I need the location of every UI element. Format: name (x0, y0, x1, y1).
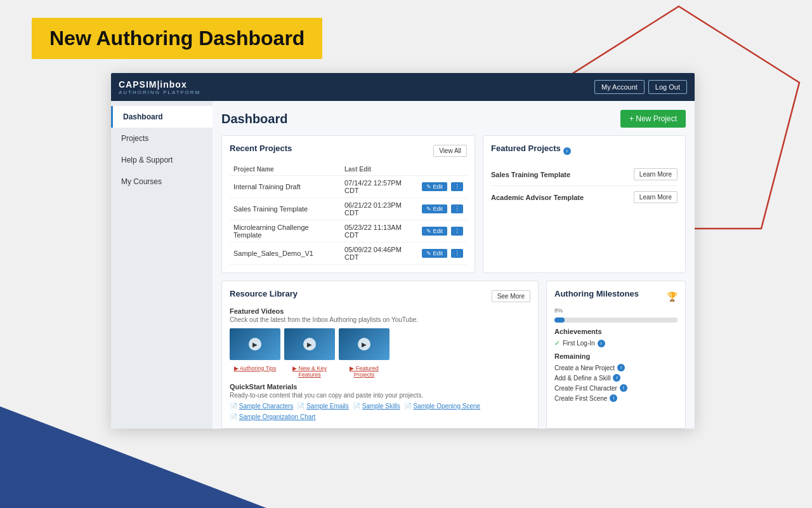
page-title: Dashboard (221, 112, 287, 126)
featured-project-row: Academic Advisor Template Learn More (491, 186, 678, 208)
video-thumb-1[interactable]: ▶ (230, 328, 280, 360)
remaining-info-icon[interactable]: i (617, 364, 625, 371)
more-button[interactable]: ⋮ (451, 204, 463, 213)
doc-icon: 📄 (353, 403, 360, 410)
project-name-cell: Internal Training Draft (230, 176, 341, 198)
video-thumb-3[interactable]: ▶ (339, 328, 390, 360)
log-out-button[interactable]: Log Out (648, 80, 687, 94)
video-label-row: ▶ Authoring Tips ▶ New & Key Features ▶ … (230, 365, 530, 378)
projects-table: Project Name Last Edit Internal Training… (230, 163, 467, 265)
sidebar-item-my-courses[interactable]: My Courses (111, 171, 213, 192)
play-icon-3: ▶ (358, 338, 370, 351)
remaining-info-icon[interactable]: i (620, 384, 627, 392)
top-nav: CAPSIM|inbox AUTHORING PLATFORM My Accou… (111, 73, 695, 101)
col-project-name: Project Name (230, 163, 341, 176)
edit-button[interactable]: ✎ Edit (422, 227, 447, 236)
resource-library-header: Resource Library See More (230, 289, 530, 304)
milestones-card: Authoring Milestones 🏆 8% Achievements ✓… (546, 281, 686, 429)
remaining-item: Create First Characteri (554, 384, 678, 392)
play-icon-1: ▶ (249, 338, 261, 351)
sidebar: Dashboard Projects Help & Support My Cou… (111, 101, 213, 429)
two-col-row: Recent Projects View All Project Name La… (221, 135, 686, 273)
achievement-info-icon[interactable]: i (598, 340, 605, 347)
project-name-cell: Microlearning Challenge Template (230, 220, 341, 243)
sidebar-item-help-support[interactable]: Help & Support (111, 149, 213, 171)
youtube-icon-1: ▶ (234, 365, 239, 371)
quickstart-title: QuickStart Materials (230, 383, 530, 391)
remaining-info-icon[interactable]: i (610, 394, 617, 402)
logo-area: CAPSIM|inbox AUTHORING PLATFORM (119, 79, 200, 95)
project-actions-cell: ✎ Edit ⋮ (418, 220, 467, 243)
table-row: Sample_Sales_Demo_V1 05/09/22 04:46PM CD… (230, 243, 467, 265)
featured-info-icon[interactable]: i (563, 147, 571, 155)
learn-more-button[interactable]: Learn More (634, 191, 678, 203)
project-date-cell: 05/09/22 04:46PM CDT (341, 243, 418, 265)
content-area: Dashboard + New Project Recent Projects … (213, 101, 695, 429)
project-name-cell: Sample_Sales_Demo_V1 (230, 243, 341, 265)
logo-sub: AUTHORING PLATFORM (119, 90, 200, 95)
more-button[interactable]: ⋮ (451, 182, 463, 191)
remaining-info-icon[interactable]: i (613, 374, 620, 382)
quickstart-link[interactable]: 📄 Sample Organization Chart (230, 413, 315, 420)
featured-projects-header: Featured Projects i (491, 144, 678, 158)
quickstart-link[interactable]: 📄 Sample Opening Scene (404, 403, 480, 410)
col-last-edit: Last Edit (341, 163, 418, 176)
quickstart-link[interactable]: 📄 Sample Emails (297, 403, 348, 410)
progress-bar-inner (554, 318, 565, 323)
video-thumbs: ▶ ▶ ▶ (230, 328, 530, 360)
more-button[interactable]: ⋮ (451, 227, 463, 236)
remaining-item-label: Create First Character (554, 385, 617, 392)
edit-button[interactable]: ✎ Edit (422, 249, 447, 258)
video-label-2[interactable]: ▶ New & Key Features (284, 365, 335, 378)
project-date-cell: 05/23/22 11:13AM CDT (341, 220, 418, 243)
quickstart-link[interactable]: 📄 Sample Skills (353, 403, 400, 410)
more-button[interactable]: ⋮ (451, 249, 463, 258)
project-date-cell: 07/14/22 12:57PM CDT (341, 176, 418, 198)
check-icon: ✓ (554, 339, 560, 347)
video-label-3[interactable]: ▶ Featured Projects (339, 365, 390, 378)
my-account-button[interactable]: My Account (594, 80, 645, 94)
video-label-1[interactable]: ▶ Authoring Tips (230, 365, 280, 378)
doc-icon: 📄 (404, 403, 412, 410)
featured-project-name: Sales Training Template (491, 171, 570, 178)
table-row: Microlearning Challenge Template 05/23/2… (230, 220, 467, 243)
featured-projects-title: Featured Projects (491, 144, 561, 153)
trophy-icon: 🏆 (667, 291, 678, 302)
remaining-item: Create a New Projecti (554, 364, 678, 371)
progress-label: 8% (554, 307, 678, 314)
see-more-button[interactable]: See More (492, 290, 530, 302)
quickstart-link[interactable]: 📄 Sample Characters (230, 403, 293, 410)
bottom-row: Resource Library See More Featured Video… (221, 281, 686, 429)
recent-projects-header: Recent Projects View All (230, 144, 467, 158)
logo-text: CAPSIM|inbox (119, 79, 200, 90)
edit-button[interactable]: ✎ Edit (422, 204, 447, 213)
nav-buttons: My Account Log Out (594, 80, 687, 94)
project-actions-cell: ✎ Edit ⋮ (418, 243, 467, 265)
sidebar-item-dashboard[interactable]: Dashboard (111, 106, 213, 128)
youtube-icon-2: ▶ (292, 365, 297, 371)
recent-projects-title: Recent Projects (230, 144, 292, 153)
app-window: CAPSIM|inbox AUTHORING PLATFORM My Accou… (111, 73, 695, 429)
doc-icon: 📄 (230, 413, 237, 420)
featured-videos-title: Featured Videos (230, 307, 530, 315)
new-project-button[interactable]: + New Project (620, 110, 686, 128)
video-thumb-2[interactable]: ▶ (284, 328, 335, 360)
remaining-title: Remaining (554, 352, 678, 360)
sidebar-item-projects[interactable]: Projects (111, 128, 213, 149)
featured-project-name: Academic Advisor Template (491, 194, 584, 201)
remaining-items: Create a New ProjectiAdd & Define a Skil… (554, 364, 678, 402)
edit-button[interactable]: ✎ Edit (422, 182, 447, 191)
featured-projects-card: Featured Projects i Sales Training Templ… (483, 135, 686, 273)
table-row: Internal Training Draft 07/14/22 12:57PM… (230, 176, 467, 198)
view-all-button[interactable]: View All (433, 145, 467, 157)
doc-icon: 📄 (297, 403, 304, 410)
milestones-title: Authoring Milestones (554, 289, 639, 298)
main-area: Dashboard Projects Help & Support My Cou… (111, 101, 695, 429)
learn-more-button[interactable]: Learn More (634, 168, 678, 180)
doc-icon: 📄 (230, 403, 237, 410)
remaining-item-label: Create First Scene (554, 395, 607, 402)
achievements-title: Achievements (554, 328, 678, 335)
project-date-cell: 06/21/22 01:23PM CDT (341, 198, 418, 220)
quickstart-links: 📄 Sample Characters📄 Sample Emails📄 Samp… (230, 403, 530, 420)
banner: New Authoring Dashboard (32, 18, 322, 59)
